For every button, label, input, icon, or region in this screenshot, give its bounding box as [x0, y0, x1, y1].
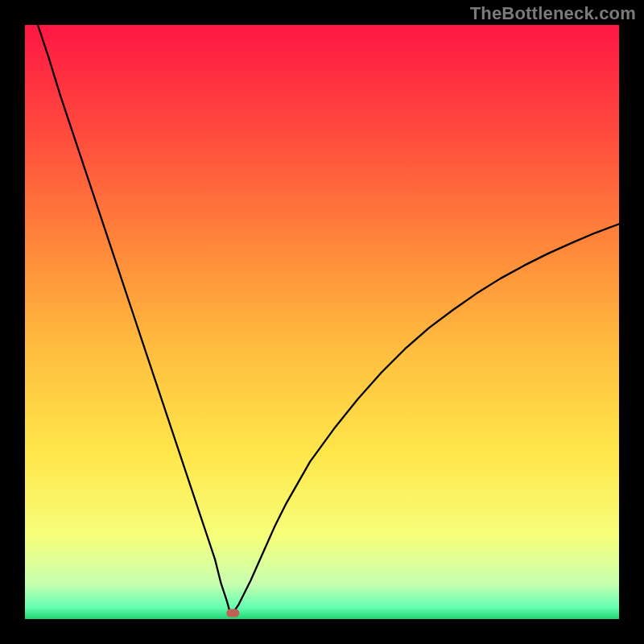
- svg-rect-0: [25, 25, 619, 619]
- bottleneck-chart: [25, 25, 619, 619]
- watermark-label: TheBottleneck.com: [470, 3, 636, 24]
- svg-rect-1: [226, 609, 239, 617]
